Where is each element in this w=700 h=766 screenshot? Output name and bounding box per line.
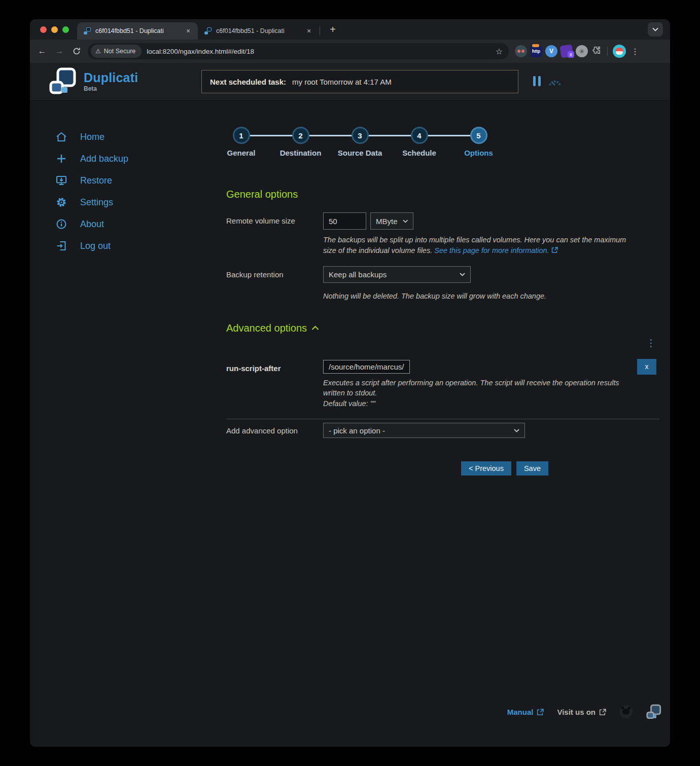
security-chip[interactable]: ⚠ Not Secure	[91, 45, 142, 58]
volume-unit-select[interactable]: MByte	[370, 212, 413, 230]
footer: Manual Visit us on	[507, 704, 662, 719]
wizard-step-schedule[interactable]: 4 Schedule	[390, 127, 449, 157]
restore-icon	[55, 174, 67, 187]
wizard-steps: 1 General 2 Destination 3 Source Data 4 …	[212, 127, 508, 157]
browser-window: c6f014fbbd51 - Duplicati × c6f014fbbd51 …	[30, 19, 670, 747]
sidebar-item-add-backup[interactable]: Add backup	[55, 152, 226, 165]
sidebar-item-label: Settings	[80, 197, 113, 208]
remote-volume-row: Remote volume size MByte	[226, 212, 659, 230]
wizard-step-general[interactable]: 1 General	[212, 127, 271, 157]
sidebar-item-log-out[interactable]: Log out	[55, 239, 226, 252]
tab-inactive[interactable]: c6f014fbbd51 - Duplicati ×	[198, 22, 319, 40]
volume-unit-value: MByte	[376, 217, 398, 226]
sidebar-item-label: About	[80, 219, 104, 230]
wizard-step-options[interactable]: 5 Options	[449, 127, 508, 157]
brand[interactable]: Duplicati Beta	[48, 67, 138, 95]
wizard-step-destination[interactable]: 2 Destination	[271, 127, 330, 157]
chevron-down-icon	[460, 273, 465, 276]
duplicati-favicon	[204, 27, 212, 34]
extension-v-icon[interactable]: V	[545, 45, 557, 57]
info-icon	[55, 218, 67, 230]
more-info-link[interactable]: See this page for more information.	[434, 246, 549, 254]
external-link-icon	[537, 709, 544, 715]
tab-search-button[interactable]	[648, 22, 663, 37]
wizard-step-source-data[interactable]: 3 Source Data	[330, 127, 390, 157]
plus-icon	[55, 153, 67, 165]
step-number: 1	[233, 127, 250, 144]
option-description: Executes a script after performing an op…	[323, 378, 636, 409]
step-label: Source Data	[338, 149, 382, 157]
sidebar-item-about[interactable]: About	[55, 217, 226, 231]
back-button[interactable]: ←	[34, 43, 50, 59]
reload-button[interactable]	[68, 43, 85, 59]
manual-link[interactable]: Manual	[507, 708, 544, 716]
add-option-value: - pick an option -	[329, 426, 385, 435]
add-option-select[interactable]: - pick an option -	[323, 423, 525, 438]
security-label: Not Secure	[104, 48, 136, 55]
window-controls[interactable]	[40, 26, 69, 33]
extension-8-icon[interactable]: 8	[559, 44, 573, 58]
sidebar-item-settings[interactable]: Settings	[55, 196, 226, 209]
step-label: Schedule	[402, 149, 436, 157]
sidebar-item-restore[interactable]: Restore	[55, 174, 226, 187]
address-bar[interactable]: ⚠ Not Secure local:8200/ngax/index.html#…	[88, 43, 509, 59]
app-body: Home Add backup Restore Settings About L…	[30, 101, 670, 747]
step-number: 4	[411, 127, 428, 144]
remote-volume-input[interactable]	[323, 212, 366, 230]
profile-avatar[interactable]	[613, 45, 626, 58]
minimize-window-button[interactable]	[51, 26, 58, 33]
tab-title: c6f014fbbd51 - Duplicati	[216, 27, 300, 34]
close-window-button[interactable]	[40, 26, 47, 33]
forward-button[interactable]: →	[51, 43, 67, 59]
run-script-after-input[interactable]	[323, 360, 410, 374]
browser-menu-button[interactable]: ⋮	[629, 47, 643, 56]
next-scheduled-task-box[interactable]: Next scheduled task: my root Tomorrow at…	[201, 70, 518, 93]
step-number: 2	[292, 127, 309, 144]
tab-close-icon[interactable]: ×	[304, 26, 313, 35]
tab-title: c6f014fbbd51 - Duplicati	[95, 27, 180, 34]
task-value: my root Tomorrow at 4:17 AM	[292, 78, 392, 86]
collapse-chevron-up-icon[interactable]	[311, 325, 319, 331]
extension-http-icon[interactable]: http	[530, 45, 542, 57]
retention-help: Nothing will be deleted. The backup size…	[323, 291, 659, 302]
duplicati-logo	[48, 67, 78, 95]
tab-close-icon[interactable]: ×	[184, 26, 193, 35]
new-tab-button[interactable]: +	[326, 24, 339, 35]
throttle-gauge-icon[interactable]	[548, 77, 562, 89]
sidebar-item-label: Home	[80, 132, 104, 142]
visit-us-link[interactable]: Visit us on	[557, 708, 606, 716]
chevron-down-icon	[403, 220, 408, 223]
previous-button[interactable]: < Previous	[461, 461, 511, 476]
step-label: General	[227, 149, 256, 157]
options-page: 1 General 2 Destination 3 Source Data 4 …	[226, 101, 670, 747]
url-text[interactable]: local:8200/ngax/index.html#/edit/18	[147, 48, 492, 55]
tab-separator	[320, 26, 320, 35]
extension-tampermonkey-icon[interactable]	[515, 45, 527, 57]
app-name: Duplicati	[84, 71, 138, 85]
advanced-options-menu-button[interactable]: ⋮	[646, 338, 656, 348]
sidebar-item-label: Log out	[80, 241, 111, 251]
pause-button[interactable]	[533, 76, 541, 86]
tab-active[interactable]: c6f014fbbd51 - Duplicati ×	[77, 22, 198, 40]
save-button[interactable]: Save	[516, 461, 548, 476]
maximize-window-button[interactable]	[62, 26, 69, 33]
duplicati-footer-logo[interactable]	[646, 704, 662, 719]
sidebar-item-home[interactable]: Home	[55, 130, 226, 143]
github-icon[interactable]	[619, 705, 633, 718]
extensions-row: http V 8 ✳ ⋮	[515, 45, 643, 58]
bookmark-star-icon[interactable]: ☆	[493, 47, 506, 56]
logout-icon	[55, 240, 67, 252]
extension-gray-icon[interactable]: ✳	[576, 45, 588, 57]
remove-option-button[interactable]: x	[637, 359, 656, 375]
action-buttons: < Previous Save	[226, 461, 548, 476]
add-option-label: Add advanced option	[226, 426, 323, 435]
remote-volume-help: The backups will be split up into multip…	[323, 235, 628, 256]
sidebar-item-label: Restore	[80, 175, 112, 186]
backup-retention-select[interactable]: Keep all backups	[323, 266, 471, 283]
add-advanced-option-row: Add advanced option - pick an option -	[226, 423, 659, 438]
backup-retention-row: Backup retention Keep all backups	[226, 266, 659, 283]
extensions-puzzle-icon[interactable]	[592, 46, 601, 57]
option-name-label: run-script-after	[226, 360, 323, 409]
manual-label: Manual	[507, 708, 534, 716]
chevron-down-icon	[514, 429, 519, 432]
